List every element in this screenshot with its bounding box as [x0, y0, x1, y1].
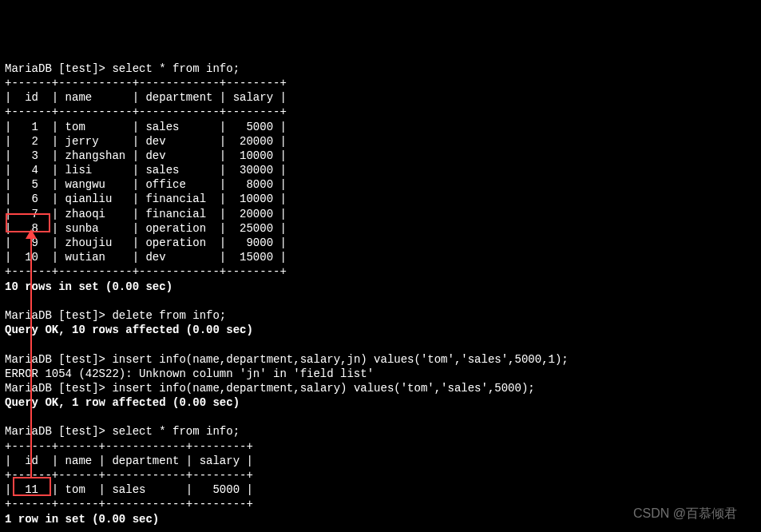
table-row: | 10 | wutian | dev | 15000 |	[5, 251, 287, 264]
sql-command: delete from info;	[112, 309, 226, 322]
query-result: Query OK, 10 rows affected (0.00 sec)	[5, 324, 253, 336]
sql-command: select * from info;	[112, 425, 240, 438]
table-border: +------+-----------+------------+-------…	[5, 77, 287, 89]
sql-command: insert info(name,department,salary,jn) v…	[112, 353, 568, 366]
table-row: | 6 | qianliu | financial | 10000 |	[5, 193, 287, 205]
prompt: MariaDB [test]>	[5, 382, 105, 395]
table-border: +------+------+------------+--------+	[5, 469, 253, 482]
terminal-output[interactable]: MariaDB [test]> select * from info; +---…	[5, 62, 756, 532]
query-result: Query OK, 1 row affected (0.00 sec)	[5, 396, 240, 409]
table-row: | 9 | zhoujiu | operation | 9000 |	[5, 236, 287, 249]
table-border: +------+------+------------+--------+	[5, 440, 253, 453]
table-row: | 7 | zhaoqi | financial | 20000 |	[5, 208, 287, 220]
table-row: | 4 | lisi | sales | 30000 |	[5, 164, 287, 177]
query-result: 1 row in set (0.00 sec)	[5, 513, 159, 526]
query-result: 10 rows in set (0.00 sec)	[5, 280, 172, 293]
sql-command: select * from info;	[112, 62, 240, 75]
table-border: +------+-----------+------------+-------…	[5, 265, 287, 278]
table-header: | id | name | department | salary |	[5, 91, 287, 104]
error-message: ERROR 1054 (42S22): Unknown column 'jn' …	[5, 367, 374, 380]
table-row: | 8 | sunba | operation | 25000 |	[5, 222, 287, 235]
prompt: MariaDB [test]>	[5, 62, 105, 75]
table-row: | 2 | jerry | dev | 20000 |	[5, 135, 287, 148]
prompt: MariaDB [test]>	[5, 309, 105, 322]
table-row: | 11 | tom | sales | 5000 |	[5, 483, 253, 496]
table-row: | 3 | zhangshan | dev | 10000 |	[5, 149, 287, 162]
table-row: | 5 | wangwu | office | 8000 |	[5, 178, 287, 191]
table-border: +------+-----------+------------+-------…	[5, 105, 287, 118]
prompt: MariaDB [test]>	[5, 353, 105, 366]
table-row: | 1 | tom | sales | 5000 |	[5, 121, 287, 133]
table-header: | id | name | department | salary |	[5, 455, 253, 467]
prompt: MariaDB [test]>	[5, 425, 105, 438]
table-border: +------+------+------------+--------+	[5, 498, 253, 510]
sql-command: insert info(name,department,salary) valu…	[112, 382, 534, 395]
